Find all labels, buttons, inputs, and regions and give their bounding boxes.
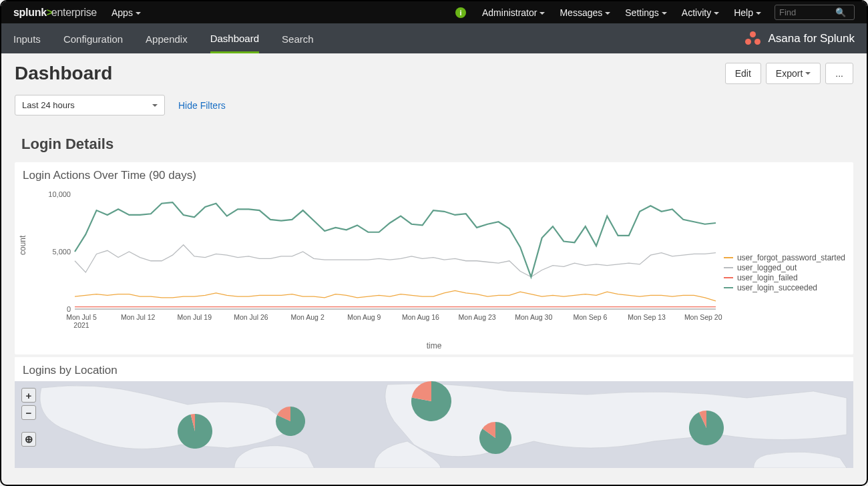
svg-text:5,000: 5,000 (52, 248, 71, 256)
svg-text:0: 0 (67, 305, 71, 313)
tab-appendix[interactable]: Appendix (146, 25, 188, 52)
logo-main: splunk (13, 7, 47, 18)
panel-login-actions: Login Actions Over Time (90 days) count … (15, 162, 853, 354)
map-pie-na-east[interactable] (276, 407, 305, 439)
app-title-label: Asana for Splunk (769, 32, 855, 45)
more-button[interactable]: ... (825, 63, 853, 84)
time-range-label: Last 24 hours (22, 100, 75, 110)
apps-label: Apps (112, 7, 133, 18)
map-pie-middle-east[interactable] (479, 422, 511, 457)
app-logo: Asana for Splunk (743, 31, 855, 47)
panel-title: Logins by Location (15, 357, 853, 381)
legend-item[interactable]: user_login_succeeded (724, 283, 845, 292)
map-pie-na-west[interactable] (178, 414, 212, 451)
map-pie-europe[interactable] (411, 381, 451, 424)
help-menu[interactable]: Help (734, 7, 761, 18)
svg-text:Mon Aug 16: Mon Aug 16 (402, 313, 439, 321)
export-button[interactable]: Export (766, 63, 821, 84)
page-title: Dashboard (15, 63, 112, 84)
logo-sub: enterprise (51, 7, 97, 18)
panel-title: Login Actions Over Time (90 days) (15, 162, 853, 186)
chart-xlabel: time (15, 341, 853, 354)
world-map[interactable]: + − ⊕ (15, 381, 853, 468)
app-navbar: Inputs Configuration Appendix Dashboard … (1, 23, 867, 53)
svg-text:Mon Jul 5: Mon Jul 5 (66, 313, 97, 321)
chevron-down-icon (662, 12, 667, 17)
top-bar: splunk>enterprise Apps i Administrator M… (1, 1, 867, 23)
map-pie-asia-east[interactable] (689, 411, 724, 448)
filter-bar: Last 24 hours Hide Filters (1, 91, 867, 128)
tab-dashboard[interactable]: Dashboard (210, 24, 259, 53)
tab-inputs[interactable]: Inputs (13, 25, 41, 52)
global-search[interactable]: 🔍 (775, 5, 855, 20)
chevron-down-icon (539, 12, 545, 17)
search-input[interactable] (775, 7, 835, 17)
splunk-logo: splunk>enterprise (13, 7, 97, 19)
search-icon[interactable]: 🔍 (835, 7, 850, 17)
chevron-down-icon (756, 12, 761, 17)
chevron-down-icon (805, 72, 811, 77)
svg-text:Mon Sep 20: Mon Sep 20 (684, 313, 722, 321)
chevron-down-icon (152, 104, 158, 109)
apps-menu[interactable]: Apps (112, 7, 141, 18)
section-title: Login Details (1, 128, 867, 162)
settings-menu[interactable]: Settings (625, 7, 667, 18)
svg-text:Mon Sep 6: Mon Sep 6 (573, 313, 607, 321)
map-controls: + − ⊕ (21, 388, 36, 447)
title-bar: Dashboard Edit Export ... (1, 53, 867, 91)
legend-item[interactable]: user_logged_out (724, 263, 845, 272)
tab-configuration[interactable]: Configuration (63, 25, 123, 52)
tab-search[interactable]: Search (282, 25, 314, 52)
zoom-in-button[interactable]: + (21, 388, 36, 403)
hide-filters-link[interactable]: Hide Filters (178, 100, 226, 111)
chevron-down-icon (136, 12, 141, 17)
asana-icon (743, 31, 762, 47)
svg-text:Mon Jul 26: Mon Jul 26 (234, 313, 268, 321)
svg-text:Mon Aug 23: Mon Aug 23 (459, 313, 496, 321)
edit-button[interactable]: Edit (725, 63, 761, 84)
panel-logins-by-location: Logins by Location + − ⊕ (15, 357, 853, 468)
legend-item[interactable]: user_forgot_password_started (724, 253, 845, 262)
chevron-down-icon (714, 12, 719, 17)
svg-text:Mon Jul 12: Mon Jul 12 (121, 313, 156, 321)
legend-item[interactable]: user_login_failed (724, 273, 845, 282)
time-range-picker[interactable]: Last 24 hours (15, 95, 165, 115)
svg-text:Mon Aug 30: Mon Aug 30 (515, 313, 552, 321)
svg-text:Mon Sep 13: Mon Sep 13 (628, 313, 666, 321)
locate-button[interactable]: ⊕ (21, 432, 36, 447)
info-icon[interactable]: i (455, 7, 466, 18)
activity-menu[interactable]: Activity (682, 7, 719, 18)
chart-container: count 05,00010,000Mon Jul 52021Mon Jul 1… (15, 186, 853, 341)
svg-text:Mon Jul 19: Mon Jul 19 (178, 313, 212, 321)
chart-ylabel: count (18, 236, 27, 255)
svg-text:Mon Aug 9: Mon Aug 9 (347, 313, 381, 321)
administrator-menu[interactable]: Administrator (482, 7, 545, 18)
svg-text:Mon Aug 2: Mon Aug 2 (291, 313, 324, 321)
line-chart[interactable]: 05,00010,000Mon Jul 52021Mon Jul 12Mon J… (48, 189, 722, 336)
svg-text:2021: 2021 (73, 321, 89, 329)
svg-text:10,000: 10,000 (48, 190, 71, 198)
zoom-out-button[interactable]: − (21, 405, 36, 420)
messages-menu[interactable]: Messages (560, 7, 610, 18)
chart-legend: user_forgot_password_starteduser_logged_… (724, 253, 845, 293)
chevron-down-icon (605, 12, 610, 17)
